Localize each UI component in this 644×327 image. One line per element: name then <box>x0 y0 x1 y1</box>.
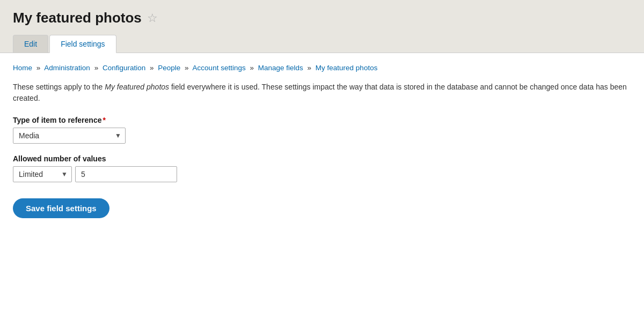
breadcrumb-separator-4: » <box>185 64 189 72</box>
breadcrumb: Home » Administration » Configuration » … <box>13 64 631 72</box>
allowed-values-label: Allowed number of values <box>13 154 631 163</box>
type-select-wrapper: Media Content Taxonomy term User ▼ <box>13 128 126 144</box>
breadcrumb-home[interactable]: Home <box>13 64 32 72</box>
breadcrumb-administration[interactable]: Administration <box>44 64 90 72</box>
allowed-values-inputs: Limited Unlimited ▼ <box>13 166 631 182</box>
allowed-values-field-group: Allowed number of values Limited Unlimit… <box>13 154 631 182</box>
number-of-values-input[interactable] <box>75 166 177 182</box>
tab-bar: Edit Field settings <box>13 35 631 53</box>
breadcrumb-people[interactable]: People <box>158 64 180 72</box>
type-field-group: Type of item to reference* Media Content… <box>13 116 631 144</box>
description-italic: My featured photos <box>105 83 169 91</box>
required-indicator: * <box>103 116 105 124</box>
breadcrumb-separator-1: » <box>36 64 41 72</box>
breadcrumb-my-featured-photos[interactable]: My featured photos <box>316 64 378 72</box>
breadcrumb-separator-5: » <box>250 64 254 72</box>
field-description: These settings apply to the My featured … <box>13 81 631 104</box>
breadcrumb-configuration[interactable]: Configuration <box>103 64 145 72</box>
breadcrumb-account-settings[interactable]: Account settings <box>193 64 246 72</box>
type-label-text: Type of item to reference <box>13 116 101 124</box>
limited-select[interactable]: Limited Unlimited <box>13 166 72 182</box>
description-text-before: These settings apply to the <box>13 83 105 91</box>
tab-field-settings[interactable]: Field settings <box>49 35 116 53</box>
breadcrumb-separator-3: » <box>150 64 154 72</box>
tab-edit[interactable]: Edit <box>13 35 48 53</box>
breadcrumb-separator-6: » <box>308 64 312 72</box>
type-select[interactable]: Media Content Taxonomy term User <box>13 128 126 144</box>
breadcrumb-manage-fields[interactable]: Manage fields <box>258 64 303 72</box>
type-field-label: Type of item to reference* <box>13 116 631 124</box>
limited-select-wrapper: Limited Unlimited ▼ <box>13 166 72 182</box>
breadcrumb-separator-2: » <box>94 64 99 72</box>
favorite-star-icon[interactable]: ☆ <box>147 11 158 25</box>
page-title: My featured photos <box>13 10 142 26</box>
save-field-settings-button[interactable]: Save field settings <box>13 198 109 218</box>
